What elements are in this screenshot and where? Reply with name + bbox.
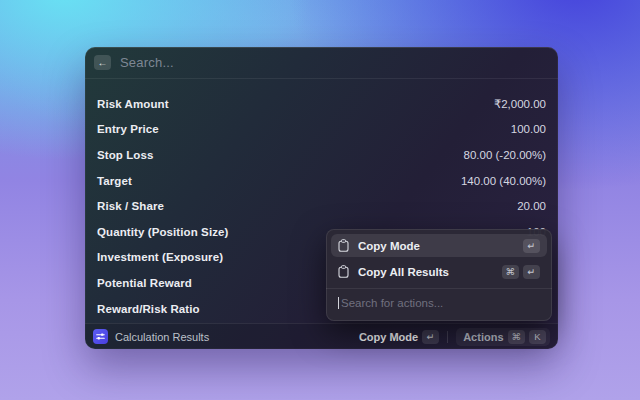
extension-icon xyxy=(93,329,108,344)
command-key-badge: ⌘ xyxy=(508,330,526,344)
return-key-badge: ↵ xyxy=(523,239,540,253)
result-row-entry-price[interactable]: Entry Price 100.00 xyxy=(94,117,549,143)
result-label: Reward/Risk Ratio xyxy=(97,303,200,315)
result-label: Stop Loss xyxy=(97,149,154,161)
popup-search-placeholder: Search for actions... xyxy=(341,297,443,309)
k-key-badge: K xyxy=(529,330,546,344)
result-label: Investment (Exposure) xyxy=(97,251,223,263)
result-label: Potential Reward xyxy=(97,277,192,289)
actions-button-label: Actions xyxy=(463,331,503,343)
result-label: Entry Price xyxy=(97,123,159,135)
command-title: Calculation Results xyxy=(115,331,209,343)
result-row-stop-loss[interactable]: Stop Loss 80.00 (-20.00%) xyxy=(94,142,549,168)
action-bar: Calculation Results Copy Mode ↵ Actions … xyxy=(85,323,558,349)
search-input[interactable]: Search... xyxy=(120,55,174,70)
result-label: Risk / Share xyxy=(97,200,164,212)
result-value: 80.00 (-20.00%) xyxy=(464,149,546,161)
primary-action-button[interactable]: Copy Mode xyxy=(359,331,418,343)
launcher-window: ← Search... Risk Amount ₹2,000.00 Entry … xyxy=(85,47,558,349)
popup-item-copy-all-results[interactable]: Copy All Results ⌘ ↵ xyxy=(331,260,547,283)
return-key-badge: ↵ xyxy=(523,265,540,279)
arrow-left-icon: ← xyxy=(98,58,108,68)
result-row-risk-amount[interactable]: Risk Amount ₹2,000.00 xyxy=(94,91,549,117)
popup-item-label: Copy Mode xyxy=(358,240,510,252)
popup-divider xyxy=(326,288,552,289)
result-value: 20.00 xyxy=(517,200,546,212)
search-bar: ← Search... xyxy=(85,47,558,79)
actions-popup: Copy Mode ↵ Copy All Results ⌘ ↵ Search … xyxy=(326,229,552,321)
result-row-risk-per-share[interactable]: Risk / Share 20.00 xyxy=(94,193,549,219)
result-value: ₹2,000.00 xyxy=(494,97,546,111)
popup-item-label: Copy All Results xyxy=(358,266,489,278)
clipboard-icon xyxy=(338,265,349,278)
popup-item-copy-mode[interactable]: Copy Mode ↵ xyxy=(331,234,547,257)
popup-search-input[interactable]: Search for actions... xyxy=(331,290,547,316)
footer-divider xyxy=(447,331,448,343)
result-label: Target xyxy=(97,175,132,187)
actions-button[interactable]: Actions ⌘ K xyxy=(456,328,550,346)
return-key-badge: ↵ xyxy=(422,330,439,344)
result-label: Risk Amount xyxy=(97,98,169,110)
command-key-badge: ⌘ xyxy=(502,265,520,279)
clipboard-icon xyxy=(338,239,349,252)
result-label: Quantity (Position Size) xyxy=(97,226,228,238)
result-value: 140.00 (40.00%) xyxy=(461,175,546,187)
text-caret xyxy=(338,297,339,309)
back-button[interactable]: ← xyxy=(94,55,111,70)
result-row-target[interactable]: Target 140.00 (40.00%) xyxy=(94,168,549,194)
result-value: 100.00 xyxy=(511,123,546,135)
